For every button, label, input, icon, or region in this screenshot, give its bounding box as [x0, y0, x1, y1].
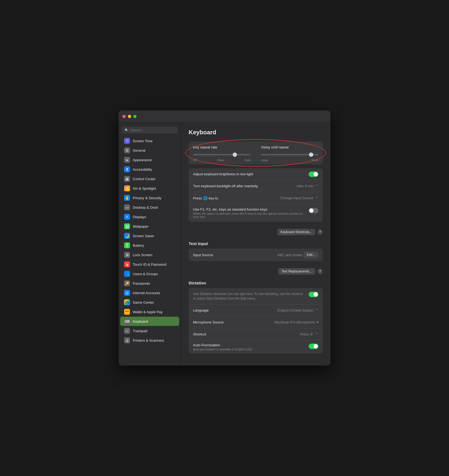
dictation-header: Dictation — [189, 281, 323, 285]
titlebar — [119, 110, 330, 122]
language-row: Language English (United States) ⌃ — [189, 304, 323, 316]
sidebar-icon-siri-spotlight: 🎙 — [124, 185, 130, 191]
delay-short-label: Short — [311, 158, 318, 162]
sidebar-label-privacy-security: Privacy & Security — [133, 196, 161, 200]
search-box[interactable]: 🔍 — [122, 127, 178, 134]
text-replacements-button[interactable]: Text Replacements... — [278, 268, 315, 275]
keyboard-settings-section: Adjust keyboard brightness in low light … — [189, 168, 323, 222]
shortcut-value: Press 🎙 — [300, 332, 314, 336]
sidebar-item-screen-saver[interactable]: 🌙 Screen Saver — [120, 231, 179, 240]
page-title: Keyboard — [189, 129, 323, 136]
sidebar-label-trackpad: Trackpad — [133, 329, 147, 333]
fn-keys-toggle[interactable] — [309, 208, 318, 213]
sidebar-item-privacy-security[interactable]: 🤚 Privacy & Security — [120, 193, 179, 202]
sidebar-items: ⏱ Screen Time ⚙ General ● Appearance ♿ A… — [119, 136, 181, 345]
sidebar-icon-accessibility: ♿ — [124, 166, 130, 172]
fn-keys-label: Use F1, F2, etc. keys as standard functi… — [193, 207, 304, 211]
search-icon: 🔍 — [125, 128, 129, 132]
dictation-toggle-row: Use Dictation wherever you can type text… — [189, 288, 323, 304]
sidebar-item-screen-time[interactable]: ⏱ Screen Time — [120, 136, 179, 145]
sidebar-item-siri-spotlight[interactable]: 🎙 Siri & Spotlight — [120, 184, 179, 193]
sidebar-item-users-groups[interactable]: 👥 Users & Groups — [120, 269, 179, 278]
input-source-label: Input Source — [193, 253, 277, 257]
window-content: 🔍 ⏱ Screen Time ⚙ General ● Appearance ♿… — [119, 122, 330, 366]
sidebar-item-general[interactable]: ⚙ General — [120, 146, 179, 155]
auto-punctuation-row: Auto-Punctuation Auto-punctuation is ava… — [189, 340, 323, 354]
sidebar-label-passwords: Passwords — [133, 281, 150, 285]
delay-until-repeat-slider[interactable] — [261, 154, 318, 155]
sidebar-label-internet-accounts: Internet Accounts — [133, 291, 160, 295]
sidebar-item-battery[interactable]: 🔋 Battery — [120, 241, 179, 250]
sidebar-icon-internet-accounts: @ — [124, 290, 130, 296]
sidebar-label-appearance: Appearance — [133, 158, 152, 162]
sidebar-label-users-groups: Users & Groups — [133, 272, 158, 276]
main-panel: Keyboard Key repeat rate Off Slow — [181, 122, 330, 366]
sidebar-item-touch-id-password[interactable]: 👆 Touch ID & Password — [120, 260, 179, 269]
press-key-row: Press 🌐 key to Change Input Source ⌃ — [189, 192, 323, 204]
sidebar-item-passwords[interactable]: 🔑 Passwords — [120, 279, 179, 288]
keyboard-shortcuts-help-button[interactable]: ? — [317, 229, 323, 235]
sidebar-icon-game-center: 🎮 — [124, 299, 130, 305]
sidebar-label-battery: Battery — [133, 243, 144, 247]
backlight-off-row: Turn keyboard backlight off after inacti… — [189, 180, 323, 192]
dictation-toggle[interactable] — [309, 292, 318, 297]
close-button[interactable] — [122, 115, 126, 118]
input-source-edit-button[interactable]: Edit... — [303, 252, 318, 258]
sidebar-item-trackpad[interactable]: ▱ Trackpad — [120, 326, 179, 335]
maximize-button[interactable] — [133, 115, 137, 118]
key-repeat-rate-slider[interactable] — [193, 154, 250, 155]
language-label: Language — [193, 308, 277, 312]
settings-window: 🔍 ⏱ Screen Time ⚙ General ● Appearance ♿… — [119, 110, 330, 366]
sidebar-label-game-center: Game Center — [133, 300, 154, 304]
shortcut-mic-icon: 🎙 — [310, 332, 314, 336]
input-source-value: ABC and Greek — [277, 253, 302, 257]
sidebar-item-wallpaper[interactable]: 🖼 Wallpaper — [120, 222, 179, 231]
shortcut-label: Shortcut — [193, 332, 300, 336]
sidebar-label-siri-spotlight: Siri & Spotlight — [133, 186, 156, 191]
sidebar-icon-control-center: ▦ — [124, 176, 130, 182]
adjust-brightness-label: Adjust keyboard brightness in low light — [193, 172, 253, 176]
sidebar-item-displays[interactable]: ☀ Displays — [120, 212, 179, 221]
sidebar-icon-printers-scanners: 🖨 — [124, 337, 130, 343]
repeat-fast-label: Fast — [245, 158, 250, 162]
sidebar-item-keyboard[interactable]: ⌨ Keyboard — [120, 317, 179, 326]
sidebar-item-appearance[interactable]: ● Appearance — [120, 155, 179, 164]
sidebar-item-printers-scanners[interactable]: 🖨 Printers & Scanners — [120, 336, 179, 345]
sidebar-item-internet-accounts[interactable]: @ Internet Accounts — [120, 288, 179, 297]
sidebar-label-accessibility: Accessibility — [133, 167, 152, 172]
sidebar-icon-privacy-security: 🤚 — [124, 195, 130, 201]
sidebar-icon-lock-screen: 🖥 — [124, 252, 130, 258]
sidebar-item-control-center[interactable]: ▦ Control Center — [120, 174, 179, 183]
delay-until-repeat-label: Delay until repeat — [261, 145, 318, 149]
sidebar-icon-wallet-apple-pay: 💳 — [124, 309, 130, 315]
fn-keys-row: Use F1, F2, etc. keys as standard functi… — [189, 204, 323, 222]
keyboard-shortcuts-button[interactable]: Keyboard Shortcuts... — [277, 229, 315, 235]
sidebar-item-wallet-apple-pay[interactable]: 💳 Wallet & Apple Pay — [120, 307, 179, 316]
adjust-brightness-toggle[interactable] — [309, 172, 318, 177]
press-key-label: Press 🌐 key to — [193, 196, 280, 200]
repeat-off-label: Off — [193, 158, 197, 162]
text-replacements-help-button[interactable]: ? — [317, 269, 323, 274]
language-value: English (United States) — [277, 308, 314, 312]
adjust-brightness-row: Adjust keyboard brightness in low light — [189, 168, 323, 180]
dictation-description: Use Dictation wherever you can type text… — [193, 292, 304, 301]
sidebar-item-lock-screen[interactable]: 🖥 Lock Screen — [120, 250, 179, 259]
sidebar-label-screen-time: Screen Time — [133, 139, 153, 143]
text-input-header: Text Input — [189, 241, 323, 246]
shortcut-row: Shortcut Press 🎙 ⌃ — [189, 328, 323, 340]
sidebar-item-game-center[interactable]: 🎮 Game Center — [120, 298, 179, 307]
sidebar-label-control-center: Control Center — [133, 177, 156, 181]
microphone-source-label: Microphone Source — [193, 320, 274, 324]
delay-until-repeat-group: Delay until repeat Long Short — [261, 145, 318, 162]
sidebar-label-keyboard: Keyboard — [133, 319, 148, 323]
sidebar-item-desktop-dock[interactable]: ▭ Desktop & Dock — [120, 203, 179, 212]
sidebar-icon-displays: ☀ — [124, 214, 130, 220]
repeat-slow-label: Slow — [217, 158, 224, 162]
minimize-button[interactable] — [128, 115, 131, 118]
auto-punctuation-toggle[interactable] — [309, 344, 318, 349]
search-input[interactable] — [130, 128, 175, 132]
sidebar-item-accessibility[interactable]: ♿ Accessibility — [120, 165, 179, 174]
sidebar-icon-appearance: ● — [124, 157, 130, 163]
delay-long-label: Long — [261, 158, 268, 162]
auto-punctuation-label: Auto-Punctuation — [193, 343, 304, 347]
